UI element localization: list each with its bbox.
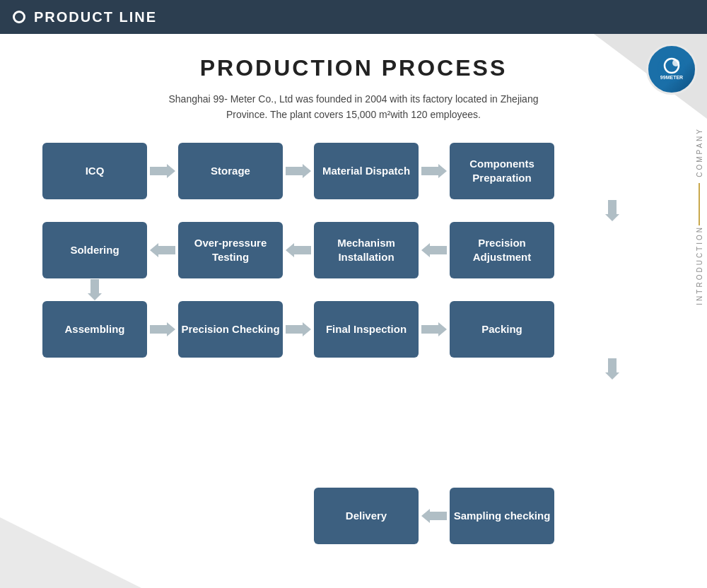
arrow-right-4 xyxy=(147,322,178,336)
svg-marker-15 xyxy=(605,358,619,380)
logo-text: 99METER xyxy=(656,53,687,86)
box-components-preparation: Components Preparation xyxy=(450,143,554,199)
process-flow: ICQ Storage Material Dispatch Components… xyxy=(28,143,679,380)
process-row-1: ICQ Storage Material Dispatch Components… xyxy=(42,143,665,199)
arrow-down-2 xyxy=(42,278,147,301)
arrow-left-2 xyxy=(283,243,314,257)
box-icq: ICQ xyxy=(42,143,147,199)
top-right-decoration: 99METER xyxy=(594,34,707,119)
svg-marker-5 xyxy=(286,164,311,178)
svg-marker-10 xyxy=(421,243,447,257)
svg-marker-4 xyxy=(150,164,175,178)
page-title: PRODUCTION PROCESS xyxy=(28,55,679,81)
arrow-left-sampling xyxy=(419,509,450,523)
svg-marker-8 xyxy=(150,243,175,257)
svg-text:99METER: 99METER xyxy=(660,75,683,80)
arrow-right-5 xyxy=(283,322,314,336)
header-circle-icon xyxy=(13,11,25,23)
svg-marker-17 xyxy=(421,509,447,523)
process-row-3: Assembling Precision Checking Final Insp… xyxy=(42,301,665,358)
box-assembling: Assembling xyxy=(42,301,147,358)
process-row-4-corrected: Delivery Sampling checking xyxy=(42,488,554,544)
arrow-left-1 xyxy=(147,243,178,257)
desc-line1: Shanghai 99- Meter Co., Ltd was founded … xyxy=(169,93,539,105)
logo-circle: 99METER xyxy=(646,44,697,95)
box-sampling-checking: Sampling checking xyxy=(450,488,554,544)
svg-marker-6 xyxy=(421,164,447,178)
box-storage: Storage xyxy=(178,143,283,199)
box-soldering: Soldering xyxy=(42,222,147,278)
gold-line-divider xyxy=(699,183,700,225)
svg-marker-12 xyxy=(150,322,175,336)
header-bar: PRODUCT LINE xyxy=(0,0,707,34)
arrow-left-3 xyxy=(419,243,450,257)
right-sidebar: COMPANY INTRODUCTION xyxy=(691,127,707,353)
box-precision-checking: Precision Checking xyxy=(178,301,283,358)
svg-point-2 xyxy=(672,59,679,66)
process-row-2: Soldering Over-pressure Testing Mechanis… xyxy=(42,222,665,278)
sidebar-text-company: COMPANY xyxy=(696,127,703,177)
row4-inner: Delivery Sampling checking xyxy=(42,488,554,544)
svg-marker-13 xyxy=(286,322,311,336)
arrow-right-1 xyxy=(147,164,178,178)
box-precision-adjustment: Precision Adjustment xyxy=(450,222,554,278)
arrow-down-3-container xyxy=(42,358,665,380)
arrow-down-1 xyxy=(560,199,665,222)
svg-marker-9 xyxy=(286,243,311,257)
page-description: Shanghai 99- Meter Co., Ltd was founded … xyxy=(28,91,679,123)
arrow-down-1-container xyxy=(42,199,665,222)
arrow-right-6 xyxy=(419,322,450,336)
box-final-inspection: Final Inspection xyxy=(314,301,419,358)
arrow-right-3 xyxy=(419,164,450,178)
sidebar-text-intro: INTRODUCTION xyxy=(696,225,703,305)
box-material-dispatch: Material Dispatch xyxy=(314,143,419,199)
box-over-pressure: Over-pressure Testing xyxy=(178,222,283,278)
arrow-down-3 xyxy=(560,358,665,380)
box-mechanism-installation: Mechanism Installation xyxy=(314,222,419,278)
svg-marker-7 xyxy=(605,200,619,221)
svg-marker-11 xyxy=(88,279,102,300)
header-title: PRODUCT LINE xyxy=(34,9,157,25)
arrow-right-2 xyxy=(283,164,314,178)
box-packing: Packing xyxy=(450,301,554,358)
arrow-down-2-container xyxy=(42,278,665,301)
desc-line2: Province. The plant covers 15,000 m²with… xyxy=(226,109,481,120)
box-delivery-v2: Delivery xyxy=(314,488,419,544)
svg-marker-14 xyxy=(421,322,447,336)
